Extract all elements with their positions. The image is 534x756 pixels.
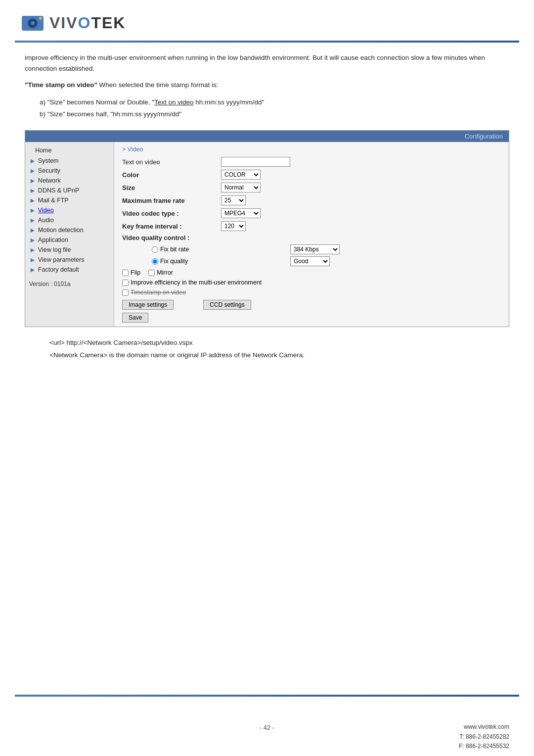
bullet-icon: ►	[29, 266, 36, 274]
size-select[interactable]: Normal Double Half	[221, 183, 261, 192]
checkbox-item-mirror: Mirror	[148, 269, 173, 276]
fax: F: 886-2-82455532	[459, 742, 509, 751]
video-quality-label: Video quality control :	[122, 234, 221, 241]
max-frame-rate-control: 25 15 10	[221, 195, 246, 205]
bullet-icon: ►	[29, 206, 36, 214]
max-frame-rate-label: Maximum frame rate	[122, 197, 221, 204]
sidebar-item-home[interactable]: Home	[25, 146, 114, 155]
sidebar-viewparams-label: View parameters	[38, 256, 85, 263]
list-item-b: b) "Size" becomes half, "hh:mm:ss yyyy/m…	[40, 108, 509, 120]
sidebar-motion-label: Motion detection	[38, 227, 84, 234]
bullet-icon: ►	[29, 196, 36, 204]
key-frame-select[interactable]: 120 60 30	[221, 221, 246, 231]
page-footer: - 42 -	[0, 724, 534, 731]
sidebar-item-system[interactable]: ► System	[25, 156, 114, 166]
paragraph-2: "Time stamp on video" When selected the …	[25, 80, 509, 91]
save-row: Save	[122, 313, 501, 323]
bullet-icon: ►	[29, 246, 36, 254]
svg-point-5	[39, 17, 42, 20]
mirror-checkbox[interactable]	[148, 270, 155, 276]
sidebar-network-label: Network	[38, 177, 61, 184]
text-on-video-input[interactable]	[221, 157, 290, 167]
logo-icon	[20, 10, 45, 36]
image-settings-button[interactable]: Image settings	[122, 300, 174, 310]
key-frame-control: 120 60 30	[221, 221, 246, 231]
sidebar-item-viewlog[interactable]: ► View log file	[25, 245, 114, 255]
url-section: <url> http://<Network Camera>/setup/vide…	[25, 337, 509, 361]
sidebar-item-mail[interactable]: ► Mail & FTP	[25, 195, 114, 205]
video-codec-select[interactable]: MPEG4 MJPEG	[221, 208, 261, 218]
sidebar-factory-label: Factory default	[38, 266, 79, 273]
checkbox-row-flip-mirror: Flip Mirror	[122, 269, 501, 276]
bullet-icon: ►	[29, 256, 36, 264]
sidebar-item-network[interactable]: ► Network	[25, 176, 114, 186]
sidebar-item-viewparams[interactable]: ► View parameters	[25, 255, 114, 265]
fix-quality-label: Fix quality	[160, 258, 188, 265]
bullet-icon: ►	[29, 187, 36, 194]
video-codec-label: Video codec type :	[122, 210, 221, 217]
radio-item-fix-quality: Fix quality	[152, 258, 231, 265]
sidebar-item-application[interactable]: ► Application	[25, 235, 114, 245]
form-row-text-on-video: Text on video	[122, 157, 501, 167]
ccd-settings-button[interactable]: CCD settings	[203, 300, 251, 310]
paragraph-2-bold: "Time stamp on video"	[25, 81, 97, 89]
form-row-key-frame: Key frame interval : 120 60 30	[122, 221, 501, 231]
config-header-bar: Configuration	[25, 131, 509, 142]
form-row-size: Size Normal Double Half	[122, 183, 501, 192]
logo: VIVOTEK	[20, 10, 126, 36]
contact-footer: www.vivotek.com T: 886-2-82455282 F: 886…	[459, 722, 509, 751]
bullet-icon: ►	[29, 177, 36, 185]
sidebar-viewlog-label: View log file	[38, 246, 71, 253]
video-codec-control: MPEG4 MJPEG	[221, 208, 261, 218]
radio-row-fix-quality: Fix quality Good Medium Poor	[122, 256, 501, 266]
sidebar-item-audio[interactable]: ► Audio	[25, 215, 114, 225]
max-frame-rate-select[interactable]: 25 15 10	[221, 195, 246, 205]
form-row-color: Color COLOR	[122, 170, 501, 180]
config-header-label: Configuration	[465, 133, 503, 140]
timestamp-checkbox[interactable]	[122, 289, 129, 296]
text-on-video-control	[221, 157, 290, 167]
bottom-separator	[15, 695, 519, 697]
key-frame-label: Key frame interval :	[122, 223, 221, 230]
phone: T: 886-2-82455282	[459, 732, 509, 742]
sidebar-security-label: Security	[38, 167, 60, 174]
sidebar-home-label: Home	[35, 147, 51, 154]
timestamp-label: Timestamp on video	[131, 289, 186, 296]
bullet-icon: ►	[29, 236, 36, 244]
bit-rate-select[interactable]: 384 Kbps 512 Kbps 1 Mbps	[290, 244, 340, 254]
timestamp-row: Timestamp on video	[122, 289, 501, 296]
quality-select[interactable]: Good Medium Poor	[290, 256, 330, 266]
fix-bit-rate-radio[interactable]	[152, 246, 158, 253]
sidebar-mail-label: Mail & FTP	[38, 197, 69, 204]
color-select[interactable]: COLOR	[221, 170, 261, 180]
sidebar-ddns-label: DDNS & UPnP	[38, 187, 79, 194]
color-control: COLOR	[221, 170, 261, 180]
fix-quality-radio[interactable]	[152, 258, 158, 265]
form-row-video-quality: Video quality control :	[122, 234, 501, 241]
list-item-a: a) "Size" becomes Normal or Double, "Tex…	[40, 96, 509, 108]
panel-breadcrumb: > Video	[122, 146, 501, 153]
save-button[interactable]: Save	[122, 313, 148, 323]
svg-point-4	[33, 22, 35, 23]
sidebar-item-motion[interactable]: ► Motion detection	[25, 225, 114, 235]
improve-row: Improve efficiency in the multi-user env…	[122, 279, 501, 286]
improve-checkbox[interactable]	[122, 280, 129, 286]
form-row-video-codec: Video codec type : MPEG4 MJPEG	[122, 208, 501, 218]
sidebar-application-label: Application	[38, 236, 68, 243]
flip-checkbox[interactable]	[122, 270, 129, 276]
website: www.vivotek.com	[459, 722, 509, 732]
form-row-max-frame-rate: Maximum frame rate 25 15 10	[122, 195, 501, 205]
size-control: Normal Double Half	[221, 183, 261, 192]
main-form-panel: > Video Text on video Color COLOR	[114, 142, 509, 327]
checkbox-item-flip: Flip	[122, 269, 140, 276]
sidebar-item-factory[interactable]: ► Factory default	[25, 265, 114, 275]
sidebar-system-label: System	[38, 157, 59, 164]
sidebar-item-security[interactable]: ► Security	[25, 166, 114, 176]
sidebar-item-ddns[interactable]: ► DDNS & UPnP	[25, 186, 114, 195]
buttons-row: Image settings CCD settings	[122, 300, 501, 310]
sidebar-item-video[interactable]: ► Video	[25, 205, 114, 215]
fix-bit-rate-label: Fix bit rate	[160, 246, 189, 253]
url-line-1: <url> http://<Network Camera>/setup/vide…	[49, 337, 485, 349]
sidebar: Home ► System ► Security ► Network ► DDN…	[25, 142, 114, 327]
bullet-icon: ►	[29, 157, 36, 165]
